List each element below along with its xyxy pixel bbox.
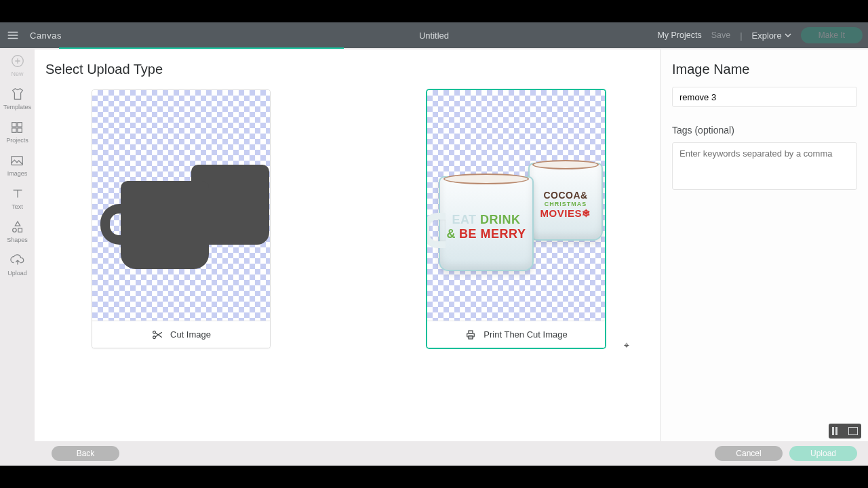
tool-upload[interactable]: Upload	[7, 253, 27, 277]
explore-label: Explore	[752, 30, 782, 41]
chevron-down-icon	[785, 32, 791, 39]
make-it-button: Make It	[801, 27, 863, 43]
print-cut-label: Print Then Cut Image	[484, 329, 567, 340]
printer-icon	[465, 329, 477, 341]
text-icon	[10, 186, 25, 201]
print-cut-preview: COCOA& CHRISTMAS MOVIES❄ EAT DRINK & BE …	[427, 90, 605, 321]
tool-projects[interactable]: Projects	[6, 120, 28, 144]
cut-image-card[interactable]: Cut Image	[92, 89, 271, 348]
page-heading: Select Upload Type	[45, 62, 650, 77]
svg-rect-7	[18, 228, 21, 232]
upload-button[interactable]: Upload	[789, 446, 857, 461]
image-name-input[interactable]	[672, 87, 857, 107]
recorder-widget[interactable]	[829, 424, 861, 439]
svg-rect-11	[469, 331, 473, 333]
tool-shapes[interactable]: Shapes	[7, 220, 28, 243]
side-panel: Image Name Tags (optional)	[660, 49, 868, 441]
progress-bar	[0, 48, 868, 49]
my-projects-link[interactable]: My Projects	[657, 30, 701, 40]
scissors-icon	[151, 329, 163, 341]
pause-icon	[832, 427, 842, 435]
print-cut-card[interactable]: COCOA& CHRISTMAS MOVIES❄ EAT DRINK & BE …	[427, 89, 606, 348]
explore-dropdown[interactable]: Explore	[752, 30, 791, 41]
separator: |	[740, 30, 742, 41]
tool-templates[interactable]: Templates	[3, 87, 31, 110]
svg-rect-12	[469, 336, 473, 339]
tags-label: Tags (optional)	[672, 125, 857, 136]
tool-rail: New Templates Projects Images Text Shape…	[0, 49, 35, 441]
menu-button[interactable]	[0, 29, 26, 41]
tool-new: New	[10, 54, 25, 77]
bottom-bar: Back Cancel Upload	[0, 441, 868, 466]
image-name-heading: Image Name	[672, 62, 857, 77]
back-button[interactable]: Back	[52, 446, 119, 461]
plus-circle-icon	[10, 54, 25, 68]
svg-rect-4	[18, 128, 22, 132]
tags-input[interactable]	[672, 142, 857, 190]
svg-rect-2	[18, 123, 22, 127]
grid-icon	[9, 120, 24, 135]
svg-rect-1	[12, 123, 16, 127]
top-bar: Canvas Untitled My Projects Save | Explo…	[0, 22, 868, 48]
svg-rect-10	[467, 333, 475, 336]
svg-rect-3	[12, 128, 16, 132]
screen-icon	[848, 427, 858, 435]
cut-image-preview	[92, 90, 270, 321]
svg-rect-5	[12, 157, 23, 165]
document-title: Untitled	[419, 30, 449, 41]
shirt-icon	[10, 87, 25, 102]
tool-text[interactable]: Text	[10, 186, 25, 210]
image-icon	[9, 153, 24, 168]
hamburger-icon	[7, 29, 19, 41]
cut-image-label: Cut Image	[170, 329, 211, 340]
brand-label: Canvas	[26, 30, 62, 41]
svg-point-6	[12, 228, 16, 232]
shapes-icon	[10, 220, 25, 235]
cancel-button[interactable]: Cancel	[715, 446, 783, 461]
tool-images[interactable]: Images	[7, 153, 28, 177]
save-link: Save	[711, 30, 731, 40]
upload-icon	[10, 253, 25, 268]
